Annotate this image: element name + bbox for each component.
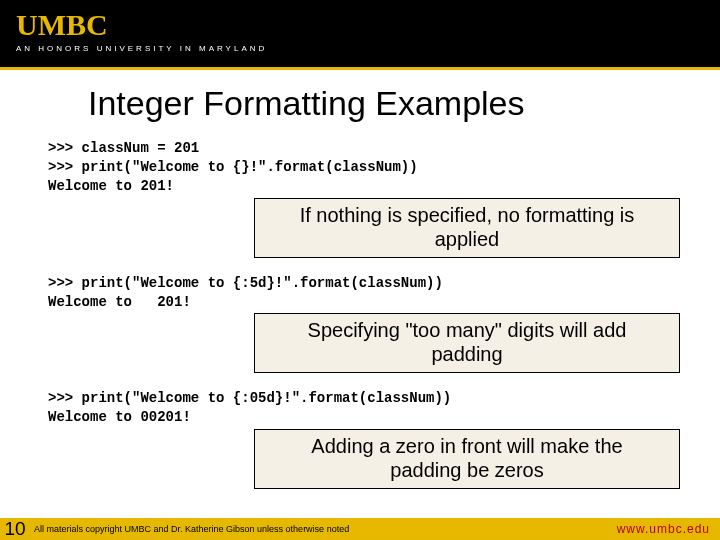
slide-header: UMBC AN HONORS UNIVERSITY IN MARYLAND bbox=[0, 0, 720, 70]
note-box-2: Specifying "too many" digits will add pa… bbox=[254, 313, 680, 373]
code-example-3: >>> print("Welcome to {:05d}!".format(cl… bbox=[48, 389, 680, 427]
note-wrap-1: If nothing is specified, no formatting i… bbox=[254, 198, 680, 258]
note-wrap-2: Specifying "too many" digits will add pa… bbox=[254, 313, 680, 373]
university-logo: UMBC bbox=[16, 12, 720, 38]
header-accent-bar bbox=[0, 67, 720, 70]
copyright-text: All materials copyright UMBC and Dr. Kat… bbox=[30, 524, 617, 534]
note-box-3: Adding a zero in front will make the pad… bbox=[254, 429, 680, 489]
code-example-2: >>> print("Welcome to {:5d}!".format(cla… bbox=[48, 274, 680, 312]
slide-number: 10 bbox=[0, 518, 30, 540]
slide-footer: 10 All materials copyright UMBC and Dr. … bbox=[0, 518, 720, 540]
code-example-1: >>> classNum = 201 >>> print("Welcome to… bbox=[48, 139, 680, 196]
slide-title: Integer Formatting Examples bbox=[88, 84, 680, 123]
note-wrap-3: Adding a zero in front will make the pad… bbox=[254, 429, 680, 489]
university-tagline: AN HONORS UNIVERSITY IN MARYLAND bbox=[16, 44, 720, 53]
slide-content: Integer Formatting Examples >>> classNum… bbox=[0, 70, 720, 489]
note-box-1: If nothing is specified, no formatting i… bbox=[254, 198, 680, 258]
logo-block: UMBC AN HONORS UNIVERSITY IN MARYLAND bbox=[0, 0, 720, 53]
footer-url: www.umbc.edu bbox=[617, 522, 720, 536]
